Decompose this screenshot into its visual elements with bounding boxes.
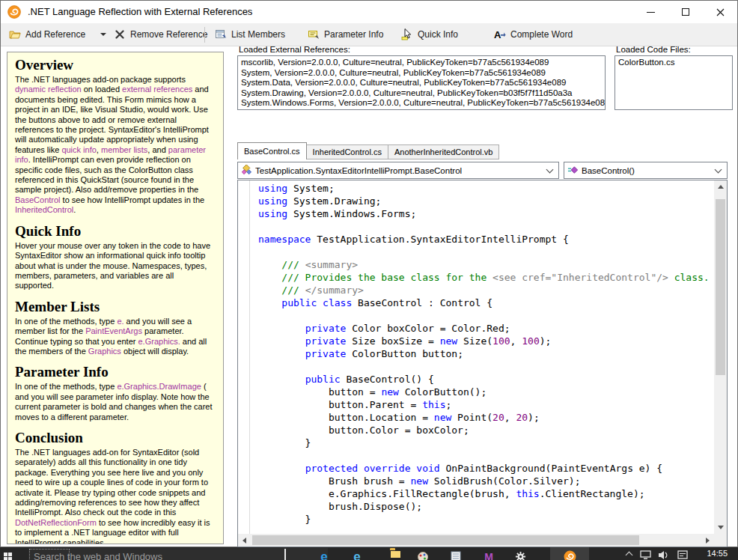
task-view-taskbar-button[interactable] [276,550,294,560]
code-line[interactable]: e.Graphics.FillRectangle(brush, this.Cli… [258,487,714,500]
info-link[interactable]: external references [122,85,192,94]
list-members-label: List Members [231,29,285,40]
code-line[interactable]: } [258,436,714,449]
member-combobox[interactable]: BaseControl() [564,162,728,179]
remove-reference-button[interactable]: Remove Reference [110,25,211,44]
network-tray-button[interactable] [636,547,654,560]
info-link[interactable]: BaseControl [15,195,61,204]
close-button[interactable] [703,1,737,23]
tab-anotherinheritedcontrol-vb[interactable]: AnotherInheritedControl.vb [388,144,499,159]
settings-taskbar-button[interactable] [511,550,529,560]
code-line[interactable]: using System; [258,182,714,195]
volume-tray-button[interactable] [654,547,672,560]
section-heading: Conclusion [15,430,214,446]
type-combobox[interactable]: TestApplication.SyntaxEditorIntelliPromp… [237,162,559,179]
vertical-scrollbar-thumb[interactable] [716,199,725,375]
list-item[interactable]: System.Data, Version=2.0.0.0, Culture=ne… [241,78,602,88]
arrow-right-icon [706,538,710,544]
code-line[interactable]: private Size boxSize = new Size(100, 100… [258,335,714,347]
tab-basecontrol-cs[interactable]: BaseControl.cs [237,142,307,159]
code-files-listbox[interactable]: ColorButton.cs [615,55,733,110]
add-reference-button[interactable]: Add Reference [5,25,110,44]
taskbar-clock[interactable]: 14:55 [707,549,728,558]
code-line[interactable]: button = new ColorButton(); [258,386,714,398]
info-link[interactable]: DotNetReflectionForm [15,518,97,527]
list-members-button[interactable]: List Members [211,25,289,44]
chevron-down-icon[interactable] [546,165,554,173]
notepad-icon [451,550,461,560]
info-link[interactable]: Graphics [88,347,121,356]
file-explorer-taskbar-button[interactable] [381,550,399,560]
code-line[interactable]: using System.Drawing; [258,195,714,207]
horizontal-scrollbar[interactable] [238,534,714,547]
code-line[interactable]: private ColorButton button; [258,347,714,360]
info-link[interactable]: e.Graphics.DrawImage [117,382,201,391]
vertical-scrollbar[interactable] [714,180,727,534]
title-bar[interactable]: .NET Language Reflection with External R… [1,1,737,23]
code-line[interactable]: private Color boxColor = Color.Red; [258,322,714,335]
code-line[interactable]: public class BaseControl : Control { [258,296,714,309]
info-link[interactable]: PaintEventArgs [85,326,142,335]
scroll-left-button[interactable] [238,534,251,547]
tray-expand-tray-button[interactable] [620,547,638,560]
start-button[interactable] [0,547,25,560]
code-line[interactable]: public BaseControl() { [258,373,714,386]
code-line[interactable]: namespace TestApplication.SyntaxEditorIn… [258,233,714,246]
close-icon [716,8,725,16]
references-listbox[interactable]: mscorlib, Version=2.0.0.0, Culture=neutr… [237,55,606,110]
code-line[interactable]: /// <summary> [258,258,714,271]
code-line[interactable]: button.Location = new Point(20, 20); [258,411,714,424]
list-item[interactable]: System.Windows.Forms, Version=2.0.0.0, C… [241,98,602,109]
maximize-button[interactable] [668,1,703,23]
code-line[interactable] [258,309,714,322]
code-line[interactable]: /// Provides the base class for the <see… [258,271,714,284]
scroll-right-button[interactable] [701,534,714,547]
code-line[interactable]: protected override void OnPaintBackgroun… [258,462,714,475]
code-line[interactable] [258,220,714,233]
list-item[interactable]: ColorButton.cs [618,58,729,68]
chevron-down-icon[interactable] [100,33,106,36]
info-link[interactable]: dynamic reflection [15,85,82,94]
code-line[interactable] [258,360,714,373]
tray-expand-icon [626,547,632,560]
info-link[interactable]: quick info [61,145,96,154]
code-line[interactable]: button.Parent = this; [258,398,714,411]
code-line[interactable]: using System.Windows.Forms; [258,207,714,220]
syntaxeditor-app-taskbar-button[interactable] [561,550,579,560]
task-view-icon [284,550,286,560]
code-line[interactable]: } [258,513,714,526]
scroll-up-button[interactable] [714,180,727,193]
info-link[interactable]: e.Graphics. [138,337,180,346]
code-line[interactable]: /// </summary> [258,284,714,296]
ie-taskbar-button[interactable]: e [348,550,366,560]
tab-inheritedcontrol-cs[interactable]: InheritedControl.cs [307,144,388,159]
info-link[interactable]: e. [117,317,123,326]
horizontal-scrollbar-thumb[interactable] [252,535,639,545]
minimize-button[interactable] [633,1,668,23]
chevron-down-icon[interactable] [715,165,722,173]
list-item[interactable]: mscorlib, Version=2.0.0.0, Culture=neutr… [241,58,602,68]
code-line[interactable] [258,246,714,258]
selection-margin[interactable] [238,180,250,534]
code-line[interactable]: button.Color = boxColor; [258,424,714,436]
notifications-tray-button[interactable] [674,547,692,560]
paint-taskbar-button[interactable] [414,550,432,560]
ie-icon: e [353,550,360,560]
section-paragraph: In one of the methods, type e. and you w… [15,317,214,357]
mail-taskbar-button[interactable]: M [480,550,498,560]
quick-info-button[interactable]: Quick Info [397,25,462,44]
scroll-down-button[interactable] [714,521,727,534]
list-item[interactable]: System.Drawing, Version=2.0.0.0, Culture… [241,88,602,99]
info-link[interactable]: InheritedControl [15,205,73,214]
notepad-taskbar-button[interactable] [447,550,465,560]
info-link[interactable]: member lists [101,145,147,154]
code-text-area[interactable]: using System;using System.Drawing;using … [251,180,714,534]
list-item[interactable]: System, Version=2.0.0.0, Culture=neutral… [241,68,602,79]
edge-taskbar-button[interactable]: e [315,550,333,560]
code-line[interactable] [258,449,714,462]
code-line[interactable]: Brush brush = new SolidBrush(Color.Silve… [258,475,714,487]
code-editor[interactable]: using System;using System.Drawing;using … [237,180,728,547]
complete-word-button[interactable]: A Complete Word [490,25,576,44]
parameter-info-button[interactable]: Parameter Info [304,25,387,44]
code-line[interactable]: brush.Dispose(); [258,500,714,513]
